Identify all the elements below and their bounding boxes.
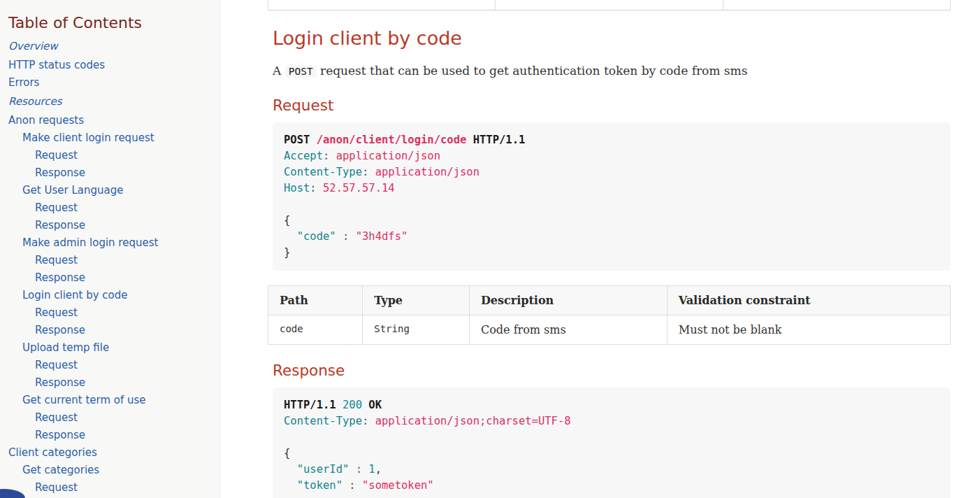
code-token: Content-Type xyxy=(284,415,362,427)
code-token: Host xyxy=(284,182,310,194)
intro-text-after: request that can be used to get authenti… xyxy=(317,64,748,78)
toc-link[interactable]: Response xyxy=(8,374,214,392)
table-cell-empty xyxy=(496,0,723,10)
code-token: HTTP/1.1 xyxy=(466,134,525,146)
table-cell: String xyxy=(363,315,470,344)
toc-link[interactable]: Response xyxy=(8,427,214,444)
table-cell: code xyxy=(268,315,363,344)
table-header-row: PathTypeDescriptionValidation constraint xyxy=(268,285,951,315)
code-token xyxy=(284,479,297,492)
toc-link[interactable]: Request xyxy=(8,304,214,322)
code-token: "token" xyxy=(297,479,343,492)
code-token xyxy=(284,230,297,243)
api-docs-page: Table of Contents OverviewHTTP status co… xyxy=(0,0,980,498)
code-token: : xyxy=(310,182,323,194)
toc-list: OverviewHTTP status codesErrorsResources… xyxy=(8,38,214,497)
code-token: } xyxy=(284,246,290,259)
code-token: : xyxy=(349,463,368,476)
table-header-cell: Type xyxy=(363,285,470,315)
request-heading: Request xyxy=(273,97,951,115)
code-token: application/json xyxy=(375,166,480,178)
toc-link[interactable]: Overview xyxy=(8,38,214,55)
table-cell: Must not be blank xyxy=(667,315,950,344)
table-cell-empty xyxy=(268,0,496,10)
code-token: "userId" xyxy=(297,463,350,476)
code-token: : xyxy=(323,150,336,162)
table-body: codeStringCode from smsMust not be blank xyxy=(268,315,951,344)
toc-link[interactable]: Get User Language xyxy=(8,182,214,199)
code-token: { xyxy=(284,447,290,460)
code-token: { xyxy=(284,214,290,227)
table-of-contents-sidebar: Table of Contents OverviewHTTP status co… xyxy=(0,0,220,498)
toc-link[interactable]: Response xyxy=(8,217,214,234)
response-heading: Response xyxy=(273,362,951,380)
table-header-cell: Description xyxy=(469,285,667,315)
toc-link[interactable]: Request xyxy=(8,252,214,269)
toc-link[interactable]: Request xyxy=(8,199,214,217)
code-token: 200 xyxy=(343,399,362,411)
toc-link[interactable]: Login client by code xyxy=(8,287,214,304)
code-token: 1 xyxy=(368,463,375,476)
toc-link[interactable]: Request xyxy=(8,147,214,164)
toc-link[interactable]: Get categories xyxy=(8,462,214,479)
toc-link[interactable]: Make admin login request xyxy=(8,234,214,252)
table-cell: Code from sms xyxy=(469,315,667,344)
request-code-block: POST /anon/client/login/code HTTP/1.1 Ac… xyxy=(273,122,951,271)
inline-code-post: POST xyxy=(285,65,317,78)
toc-link[interactable]: Request xyxy=(8,479,214,497)
code-token: : xyxy=(362,166,375,178)
code-token: OK xyxy=(362,399,382,411)
toc-link[interactable]: Client categories xyxy=(8,444,214,462)
code-token: HTTP/1.1 xyxy=(284,399,343,411)
code-token: POST xyxy=(284,134,317,146)
code-token: : xyxy=(362,415,375,427)
request-fields-table: PathTypeDescriptionValidation constraint… xyxy=(268,285,951,345)
code-token: Content-Type xyxy=(284,166,362,178)
intro-paragraph: A POST request that can be used to get a… xyxy=(273,62,951,80)
toc-title: Table of Contents xyxy=(8,14,214,32)
table-row: codeStringCode from smsMust not be blank xyxy=(268,315,951,344)
toc-link[interactable]: HTTP status codes xyxy=(8,57,214,74)
intro-text-before: A xyxy=(273,64,285,78)
previous-table-bottom-edge xyxy=(268,0,951,10)
toc-link[interactable]: Response xyxy=(8,269,214,287)
code-token: : xyxy=(343,479,362,492)
code-token: "sometoken" xyxy=(362,479,434,492)
table-header-cell: Path xyxy=(268,285,363,315)
code-token: "3h4dfs" xyxy=(356,230,408,243)
toc-link[interactable]: Get current term of use xyxy=(8,392,214,409)
code-token: application/json;charset=UTF-8 xyxy=(375,415,571,427)
toc-link[interactable]: Upload temp file xyxy=(8,339,214,357)
response-code-block: HTTP/1.1 200 OK Content-Type: applicatio… xyxy=(273,387,951,498)
code-token: , xyxy=(375,463,382,476)
toc-link[interactable]: Make client login request xyxy=(8,129,214,147)
code-token xyxy=(284,463,297,476)
code-token: : xyxy=(336,230,356,243)
code-token: "code" xyxy=(297,230,336,243)
code-token: Accept xyxy=(284,150,323,162)
toc-link[interactable]: Errors xyxy=(8,74,214,92)
code-token: /anon/client/login/code xyxy=(317,134,467,146)
toc-link[interactable]: Resources xyxy=(8,93,214,111)
toc-link[interactable]: Response xyxy=(8,322,214,339)
table-cell-empty xyxy=(723,0,950,10)
toc-link[interactable]: Anon requests xyxy=(8,112,214,129)
toc-link[interactable]: Request xyxy=(8,409,214,427)
toc-link[interactable]: Request xyxy=(8,357,214,374)
main-content: Login client by code A POST request that… xyxy=(268,0,951,498)
code-token: 52.57.57.14 xyxy=(323,182,395,194)
toc-link[interactable]: Response xyxy=(8,164,214,182)
table-header-cell: Validation constraint xyxy=(667,285,950,315)
code-token: application/json xyxy=(336,150,440,162)
page-title: Login client by code xyxy=(273,27,951,50)
